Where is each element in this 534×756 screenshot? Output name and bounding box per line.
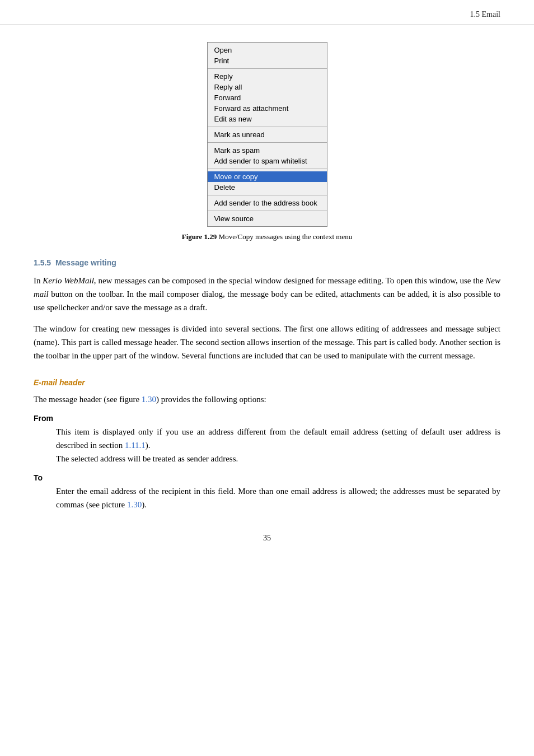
figure-1-29: Open Print Reply Reply all Forward Forwa… — [34, 42, 500, 241]
menu-group-1: Open Print — [208, 43, 327, 69]
figure-caption-text: Move/Copy messages using the context men… — [217, 232, 352, 241]
context-menu: Open Print Reply Reply all Forward Forwa… — [207, 42, 327, 227]
subsection-title: E-mail header — [34, 378, 85, 387]
section-title: Message writing — [55, 258, 116, 267]
def-from-line-2: The selected address will be treated as … — [56, 452, 500, 465]
menu-item-reply[interactable]: Reply — [208, 71, 327, 82]
section-paragraph-2: The window for creating new messages is … — [34, 322, 500, 362]
menu-item-move-copy[interactable]: Move or copy — [208, 171, 327, 182]
section-heading-1-5-5: 1.5.5 Message writing — [34, 258, 500, 267]
menu-group-7: View source — [208, 211, 327, 226]
def-desc-to: Enter the email address of the recipient… — [56, 484, 500, 511]
menu-group-6: Add sender to the address book — [208, 195, 327, 211]
subsection-heading-email-header: E-mail header — [34, 378, 500, 387]
menu-item-forward[interactable]: Forward — [208, 92, 327, 103]
menu-item-delete[interactable]: Delete — [208, 182, 327, 193]
menu-item-edit-new[interactable]: Edit as new — [208, 114, 327, 124]
menu-group-5: Move or copy Delete — [208, 169, 327, 195]
menu-group-2: Reply Reply all Forward Forward as attac… — [208, 69, 327, 127]
new-mail-ref: New mail — [34, 276, 500, 298]
section-number: 1.5.5 — [34, 258, 55, 267]
menu-item-mark-spam[interactable]: Mark as spam — [208, 145, 327, 156]
menu-item-forward-attachment[interactable]: Forward as attachment — [208, 103, 327, 114]
main-content: Open Print Reply Reply all Forward Forwa… — [0, 42, 534, 565]
menu-item-add-whitelist[interactable]: Add sender to spam whitelist — [208, 156, 327, 166]
page-number: 35 — [34, 534, 500, 543]
product-name-1: Kerio WebMail — [43, 276, 94, 285]
menu-item-reply-all[interactable]: Reply all — [208, 82, 327, 92]
page-section-label: 1.5 Email — [470, 10, 500, 18]
menu-item-mark-unread[interactable]: Mark as unread — [208, 129, 327, 140]
menu-item-print[interactable]: Print — [208, 55, 327, 66]
def-term-to: To — [34, 473, 500, 482]
def-term-from: From — [34, 414, 500, 423]
menu-group-4: Mark as spam Add sender to spam whitelis… — [208, 143, 327, 169]
menu-item-open[interactable]: Open — [208, 45, 327, 55]
menu-group-3: Mark as unread — [208, 127, 327, 143]
page-header: 1.5 Email — [0, 0, 534, 25]
figure-caption-bold: Figure 1.29 — [182, 232, 217, 241]
def-to-line-1: Enter the email address of the recipient… — [56, 484, 500, 511]
menu-item-view-source[interactable]: View source — [208, 213, 327, 224]
figure-caption: Figure 1.29 Move/Copy messages using the… — [182, 232, 353, 241]
def-desc-from: This item is displayed only if you use a… — [56, 425, 500, 465]
link-section-1-11-1[interactable]: 1.11.1 — [125, 441, 146, 450]
section-paragraph-1: In Kerio WebMail, new messages can be co… — [34, 274, 500, 314]
def-from-line-1: This item is displayed only if you use a… — [56, 425, 500, 452]
link-figure-1-30[interactable]: 1.30 — [142, 395, 156, 404]
menu-item-add-address-book[interactable]: Add sender to the address book — [208, 198, 327, 208]
link-picture-1-30[interactable]: 1.30 — [127, 500, 142, 509]
subsection-intro: The message header (see figure 1.30) pro… — [34, 393, 500, 406]
